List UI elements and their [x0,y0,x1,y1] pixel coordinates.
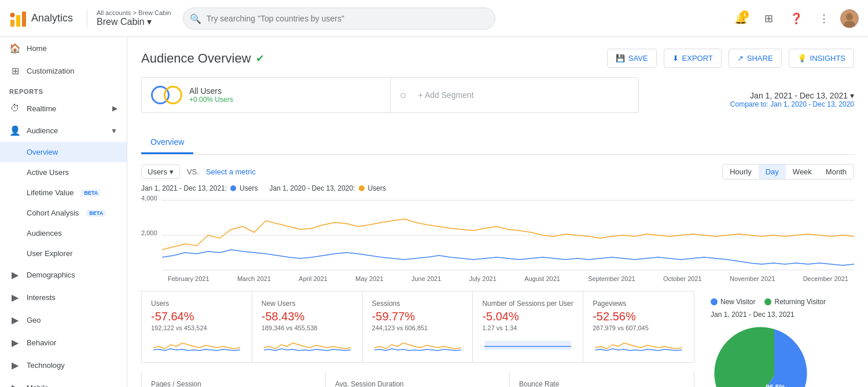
chart-controls: Users ▾ VS. Select a metric Hourly Day W… [141,164,854,180]
sidebar-audience-label: Audience [27,126,58,135]
app-container: Analytics All accounts > Brew Cabin Brew… [0,0,868,387]
x-label-feb: February 2021 [168,275,209,282]
sidebar-mobile-label: Mobile [27,384,49,387]
share-button[interactable]: ↗ SHARE [729,49,782,68]
help-button[interactable]: ❓ [785,7,808,30]
metric-bounce-rate-label: Bounce Rate [519,380,685,387]
metric-sessions-per-user-comparison: 1.27 vs 1.34 [482,324,573,331]
metric-users-value: -57.64% [151,310,242,323]
metric-new-users-label: New Users [262,300,353,308]
main-area: 🏠 Home ⊞ Customization REPORTS ⏱ Realtim… [0,37,868,387]
segment-bar: All Users +0.00% Users ○ + Add Segment [141,77,639,113]
metric-selector[interactable]: Users ▾ [141,165,180,179]
sidebar-item-audience[interactable]: 👤 Audience ▼ [0,119,127,142]
pie-legend-new-label: New Visitor [720,298,755,306]
date-range-picker[interactable]: Jan 1, 2021 - Dec 13, 2021 ▾ [750,91,854,100]
sidebar-item-technology[interactable]: ▶ Technology [0,354,127,377]
sidebar-technology-label: Technology [27,361,65,370]
x-label-jul: July 2021 [469,275,496,282]
sidebar-behavior-label: Behavior [27,338,56,347]
sidebar-item-realtime[interactable]: ⏱ Realtime ▶ [0,97,127,119]
avatar-image [840,9,859,28]
metric-card-sessions-per-user: Number of Sessions per User -5.04% 1.27 … [473,291,583,362]
realtime-chevron-icon: ▶ [112,104,117,112]
sidebar-user-explorer-label: User Explorer [27,249,72,258]
select-metric-link[interactable]: Select a metric [206,167,256,176]
topbar: Analytics All accounts > Brew Cabin Brew… [0,0,868,37]
pie-legend-new-visitor: New Visitor [711,298,755,306]
sidebar-overview-label: Overview [27,148,58,156]
more-options-button[interactable]: ⋮ [812,7,836,30]
sidebar-item-geo[interactable]: ▶ Geo [0,309,127,331]
apps-button[interactable]: ⊞ [757,7,780,30]
metric-new-users-comparison: 189,346 vs 455,538 [262,324,353,331]
sidebar-item-mobile[interactable]: ▶ Mobile [0,377,127,387]
sidebar-item-lifetime-value[interactable]: Lifetime Value BETA [0,182,127,203]
breadcrumb-main[interactable]: Brew Cabin ▾ [97,16,171,27]
legend-date-2020: Jan 1, 2020 - Dec 13, 2020: [269,184,355,192]
y-label-4000: 4,000 [141,195,157,202]
sidebar-item-demographics[interactable]: ▶ Demographics [0,264,127,286]
mini-chart-new-users [262,336,353,352]
sidebar-cohort-label: Cohort Analysis [27,209,79,217]
sidebar-item-customization[interactable]: ⊞ Customization [0,60,127,82]
sidebar-item-cohort-analysis[interactable]: Cohort Analysis BETA [0,203,127,223]
sidebar-item-active-users[interactable]: Active Users [0,162,127,182]
analytics-logo-icon [9,9,28,28]
save-button[interactable]: 💾 SAVE [607,49,657,68]
reports-section-label: REPORTS [0,82,127,97]
page-header: Audience Overview ✔ 💾 SAVE ⬇ EXPORT ↗ SH… [141,49,854,68]
insights-button[interactable]: 💡 INSIGHTS [789,49,854,68]
breadcrumb-area: All accounts > Brew Cabin Brew Cabin ▾ [87,9,171,27]
x-label-may: May 2021 [355,275,383,282]
geo-expand-icon: ▶ [9,315,21,326]
metric-selector-label: Users [148,167,167,176]
sidebar-item-interests[interactable]: ▶ Interests [0,286,127,309]
home-icon: 🏠 [9,43,21,54]
notifications-button[interactable]: 🔔 1 [729,7,752,30]
export-button[interactable]: ⬇ EXPORT [664,49,722,68]
sidebar-item-audiences[interactable]: Audiences [0,223,127,243]
sidebar-item-home[interactable]: 🏠 Home [0,37,127,60]
verified-icon: ✔ [256,52,264,65]
compare-date: Jan 1, 2020 - Dec 13, 2020 [770,100,854,108]
segment-sub: +0.00% Users [189,96,233,104]
time-btn-hourly[interactable]: Hourly [723,165,759,179]
time-btn-day[interactable]: Day [759,165,786,179]
behavior-expand-icon: ▶ [9,337,21,348]
segment-circles [151,86,182,104]
search-input[interactable] [183,8,495,30]
metric-card-users: Users -57.64% 192,122 vs 453,524 [142,291,252,362]
sidebar: 🏠 Home ⊞ Customization REPORTS ⏱ Realtim… [0,37,127,387]
mini-chart-pageviews [593,336,685,352]
sidebar-item-user-explorer[interactable]: User Explorer [0,243,127,264]
sidebar-item-customization-label: Customization [27,67,74,75]
tab-overview[interactable]: Overview [141,132,193,154]
sidebar-item-overview[interactable]: Overview [0,142,127,162]
metric-pageviews-label: Pageviews [593,300,685,308]
x-label-apr: April 2021 [299,275,328,282]
metric-avg-session-label: Avg. Session Duration [335,380,500,387]
metric-users-label: Users [151,300,242,308]
metric-pageviews-comparison: 287,979 vs 607,045 [593,324,685,331]
user-avatar[interactable] [840,9,859,28]
time-btn-week[interactable]: Week [786,165,819,179]
search-bar[interactable]: 🔍 [183,8,495,30]
insights-icon: 💡 [797,54,807,63]
segment-all-users[interactable]: All Users +0.00% Users [142,78,390,112]
metric-card-new-users: New Users -58.43% 189,346 vs 455,538 [252,291,363,362]
metrics-grid-bottom: Pages / Session 17.93% 1.18 vs 1.00 Avg.… [141,372,694,387]
circle-orange [164,86,182,104]
interests-expand-icon: ▶ [9,292,21,303]
time-btn-month[interactable]: Month [819,165,854,179]
metrics-grid-top: Users -57.64% 192,122 vs 453,524 New Use… [141,291,694,363]
notification-badge: 1 [741,10,749,19]
x-label-jun: June 2021 [411,275,441,282]
metric-new-users-value: -58.43% [262,310,353,323]
sidebar-realtime-label: Realtime [27,104,56,113]
mobile-expand-icon: ▶ [9,382,21,387]
sidebar-item-behavior[interactable]: ▶ Behavior [0,331,127,354]
add-segment-item[interactable]: ○ + Add Segment [390,78,639,112]
mini-chart-sessions-per-user [482,336,573,352]
topbar-right: 🔔 1 ⊞ ❓ ⋮ [729,7,859,30]
